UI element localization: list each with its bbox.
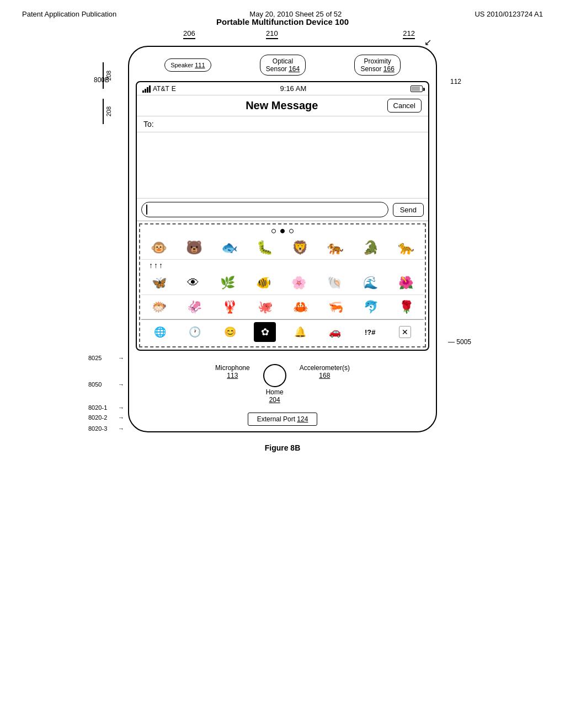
- emoji-1-2[interactable]: 🐻: [186, 240, 202, 255]
- emoji-1-3[interactable]: 🐟: [221, 240, 238, 255]
- figure-caption: Figure 8B: [265, 443, 301, 452]
- status-signal: AT&T E: [142, 85, 176, 93]
- title-bar: New Message Cancel: [137, 95, 428, 116]
- emoji-2-1[interactable]: 🦋: [152, 276, 167, 290]
- label-212: 212: [403, 29, 415, 39]
- sensor-bar: Speaker 111 Optical Sensor 164 Proximity…: [129, 47, 436, 81]
- label-112: 112: [450, 78, 461, 85]
- status-bar: AT&T E 9:16 AM: [137, 82, 428, 95]
- emoji-3-8[interactable]: 🌹: [399, 300, 414, 314]
- to-field: To:: [137, 116, 428, 132]
- status-time: 9:16 AM: [176, 84, 411, 93]
- cat-globe[interactable]: 🌐: [149, 322, 171, 342]
- diagram-area: 206 210 212 Portable Multifunction Devic…: [0, 29, 565, 452]
- emoji-row-3: 🐡 🦑 🦞 🐙 🦀 🦐 🐬 🌹: [141, 295, 424, 319]
- send-button[interactable]: Send: [393, 203, 424, 217]
- emoji-1-6[interactable]: 🐅: [327, 240, 344, 255]
- home-button[interactable]: [263, 364, 286, 387]
- cat-car[interactable]: 🚗: [324, 322, 346, 342]
- message-input[interactable]: [141, 202, 388, 217]
- accelerometer-label: Accelerometer(s) 168: [300, 364, 350, 404]
- home-button-area: Home 204: [263, 364, 286, 404]
- emoji-1-4[interactable]: 🐛: [257, 240, 273, 255]
- dot-1: [271, 229, 276, 233]
- emoji-panel: 🐵 🐻 🐟 🐛 🦁 🐅 🐊 🐆 ↑↑↑: [139, 223, 426, 347]
- patent-left: Patent Application Publication: [22, 10, 116, 18]
- message-title: New Message: [246, 99, 318, 112]
- label-8050: 8050: [88, 381, 102, 388]
- label-8025: 8025: [88, 355, 102, 361]
- bottom-labels: Microphone 113 Home 204 Accelerometer(s)…: [129, 357, 436, 407]
- cat-clock[interactable]: 🕐: [184, 322, 206, 342]
- text-cursor: [146, 205, 147, 215]
- cat-flower[interactable]: ✿: [254, 322, 276, 342]
- external-port-row: External Port 124: [129, 413, 436, 431]
- label-5005: — 5005: [448, 338, 471, 346]
- label-8020-3: 8020-3: [88, 425, 107, 432]
- signal-bars-icon: [142, 85, 151, 93]
- cancel-button[interactable]: Cancel: [387, 99, 422, 113]
- emoji-2-5[interactable]: 🌸: [291, 276, 306, 290]
- emoji-2-8[interactable]: 🌺: [398, 276, 413, 290]
- input-row: Send: [137, 199, 428, 221]
- label-206: 206: [183, 29, 195, 39]
- optical-sensor: Optical Sensor 164: [260, 55, 306, 76]
- label-210: 210: [266, 29, 278, 39]
- emoji-3-3[interactable]: 🦞: [222, 300, 237, 314]
- emoji-3-7[interactable]: 🐬: [364, 300, 379, 314]
- patent-right: US 2010/0123724 A1: [475, 10, 543, 18]
- category-bar: 🌐 🕐 😊 ✿ 🔔 🚗 !?# ✕: [141, 319, 424, 344]
- device-screen: AT&T E 9:16 AM New Message Cancel: [136, 81, 429, 351]
- emoji-1-5[interactable]: 🦁: [292, 240, 308, 255]
- external-port-label: External Port 124: [248, 413, 318, 426]
- bracket-208-bot: 208: [103, 99, 112, 124]
- network-type: E: [172, 85, 176, 93]
- emoji-2-3[interactable]: 🌿: [220, 276, 235, 290]
- emoji-3-4[interactable]: 🐙: [258, 300, 273, 314]
- emoji-row-2: 🦋 👁 🌿 🐠 🌸 🐚 🌊 🌺: [141, 271, 424, 295]
- battery-icon: [411, 85, 423, 92]
- emoji-2-4[interactable]: 🐠: [256, 276, 271, 290]
- emoji-2-7[interactable]: 🌊: [363, 276, 378, 290]
- message-compose-area[interactable]: [137, 132, 428, 199]
- label-8020-2: 8020-2: [88, 414, 107, 421]
- arrow-row-1: ↑↑↑: [141, 260, 424, 271]
- speaker-sensor: Speaker 111: [164, 58, 211, 72]
- emoji-2-2[interactable]: 👁: [187, 276, 199, 290]
- cat-smiley[interactable]: 😊: [219, 322, 241, 342]
- cat-delete[interactable]: ✕: [394, 322, 416, 342]
- proximity-sensor: Proximity Sensor 166: [354, 55, 400, 76]
- dot-2: [280, 229, 285, 233]
- emoji-2-6[interactable]: 🐚: [327, 276, 342, 290]
- emoji-3-2[interactable]: 🦑: [187, 300, 202, 314]
- emoji-row-1: 🐵 🐻 🐟 🐛 🦁 🐅 🐊 🐆: [141, 235, 424, 260]
- emoji-3-1[interactable]: 🐡: [152, 300, 167, 314]
- carrier-text: AT&T: [153, 85, 169, 93]
- dot-3: [289, 229, 294, 233]
- label-8020-1: 8020-1: [88, 404, 107, 411]
- device-title: Portable Multifunction Device 100: [216, 17, 349, 26]
- emoji-3-5[interactable]: 🦀: [293, 300, 308, 314]
- home-label: Home 204: [266, 388, 284, 404]
- device-frame: Speaker 111 Optical Sensor 164 Proximity…: [128, 46, 437, 432]
- diagram-wrapper: 800B 208 208 112 — 5005 8025: [128, 46, 437, 432]
- dot-indicators: [141, 227, 424, 235]
- emoji-1-7[interactable]: 🐊: [363, 240, 379, 255]
- bracket-208-top: 208: [103, 62, 112, 89]
- cat-symbols[interactable]: !?#: [359, 322, 381, 342]
- cat-bell[interactable]: 🔔: [289, 322, 311, 342]
- emoji-3-6[interactable]: 🦐: [328, 300, 343, 314]
- page: Patent Application Publication May 20, 2…: [0, 0, 565, 728]
- microphone-label: Microphone 113: [215, 364, 250, 404]
- emoji-1-8[interactable]: 🐆: [398, 240, 414, 255]
- emoji-1-1[interactable]: 🐵: [151, 240, 167, 255]
